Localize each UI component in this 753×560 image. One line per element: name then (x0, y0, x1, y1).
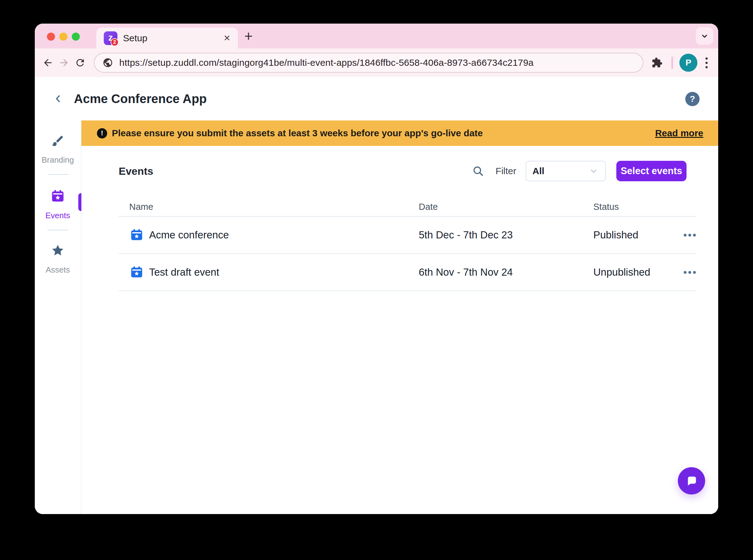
tab-title: Setup (123, 33, 147, 43)
search-button[interactable] (471, 164, 485, 178)
events-table: Name Date Status Acme conference (119, 197, 696, 291)
read-more-link[interactable]: Read more (655, 128, 703, 138)
maximize-window-button[interactable] (72, 33, 80, 41)
select-events-button[interactable]: Select events (616, 161, 687, 181)
chat-support-button[interactable] (678, 467, 705, 495)
browser-window: z 2 Setup ✕ + (35, 24, 718, 514)
filter-dropdown[interactable]: All (526, 161, 606, 181)
event-status-cell: Published (593, 229, 696, 241)
event-date: 6th Nov - 7th Nov 24 (419, 266, 593, 278)
page-header: Acme Conference App ? (35, 77, 718, 120)
reload-icon (75, 57, 86, 68)
browser-tab-setup[interactable]: z 2 Setup ✕ (96, 28, 238, 48)
dot (706, 57, 708, 60)
table-row[interactable]: Test draft event 6th Nov - 7th Nov 24 Un… (119, 254, 696, 291)
warning-banner: ! Please ensure you submit the assets at… (81, 120, 718, 146)
browser-toolbar: https://setup.zuddl.com/stagingorg41be/m… (35, 48, 718, 77)
chat-bubble-icon (684, 474, 699, 488)
sidebar-item-events[interactable]: Events (45, 189, 70, 220)
chevron-down-icon (700, 31, 709, 41)
column-header-date: Date (419, 202, 593, 212)
calendar-star-icon (51, 189, 65, 203)
extensions-button[interactable] (649, 55, 665, 71)
new-tab-button[interactable]: + (240, 27, 257, 45)
page-content: Acme Conference App ? ! Please ensure yo… (35, 77, 718, 514)
event-status: Published (593, 229, 638, 241)
sidebar-item-branding[interactable]: Branding (42, 134, 74, 165)
event-status: Unpublished (593, 266, 650, 278)
tab-search-chevron-button[interactable] (696, 27, 713, 45)
dot (706, 66, 708, 68)
column-header-status: Status (593, 202, 696, 212)
row-actions-menu-button[interactable] (684, 271, 696, 274)
chevron-down-icon (588, 166, 599, 176)
page-back-button[interactable] (53, 94, 63, 104)
alert-icon: ! (97, 128, 107, 138)
url-text: https://setup.zuddl.com/stagingorg41be/m… (119, 57, 635, 68)
browser-menu-button[interactable] (706, 57, 708, 68)
forward-arrow-icon (58, 57, 70, 68)
events-controls: Events Filter All Select events (81, 161, 718, 181)
sidebar-divider (47, 174, 68, 175)
sidebar-item-label: Branding (42, 155, 74, 165)
calendar-star-icon (130, 265, 143, 279)
event-name: Acme conference (149, 229, 229, 241)
events-panel: Events Filter All Select events (81, 146, 718, 514)
banner-message: Please ensure you submit the assets at l… (112, 128, 483, 138)
filter-label: Filter (496, 166, 516, 176)
favicon-badge: 2 (111, 38, 119, 46)
back-arrow-icon (42, 57, 54, 68)
address-bar[interactable]: https://setup.zuddl.com/stagingorg41be/m… (94, 53, 643, 73)
dot (693, 234, 696, 237)
sidebar-item-label: Assets (46, 265, 70, 275)
table-header: Name Date Status (119, 197, 696, 217)
dot (689, 271, 691, 274)
dot (706, 62, 708, 64)
help-button[interactable]: ? (685, 92, 699, 106)
star-icon (51, 243, 65, 258)
profile-avatar[interactable]: P (679, 54, 697, 72)
minimize-window-button[interactable] (59, 33, 67, 41)
event-status-cell: Unpublished (593, 266, 696, 278)
calendar-star-icon (130, 228, 143, 242)
event-name-cell: Acme conference (119, 228, 419, 242)
dot (693, 271, 696, 274)
sidebar: Branding Events Assets (35, 120, 81, 514)
row-actions-menu-button[interactable] (684, 234, 696, 237)
sidebar-item-assets[interactable]: Assets (46, 243, 70, 275)
event-date: 5th Dec - 7th Dec 23 (419, 229, 593, 241)
sidebar-divider (47, 230, 68, 230)
back-button[interactable] (40, 55, 56, 71)
dot (689, 234, 691, 237)
page-title: Acme Conference App (74, 92, 207, 106)
puzzle-extension-icon (652, 57, 662, 68)
section-heading: Events (119, 165, 153, 177)
filter-selected-value: All (533, 166, 544, 176)
site-info-globe-icon[interactable] (102, 57, 113, 68)
search-icon (472, 165, 484, 177)
reload-button[interactable] (72, 55, 88, 71)
dot (684, 271, 687, 274)
toolbar-divider (671, 57, 673, 69)
paintbrush-icon (51, 134, 64, 148)
column-header-name: Name (119, 202, 419, 212)
forward-button[interactable] (56, 55, 72, 71)
event-name: Test draft event (149, 266, 219, 278)
close-window-button[interactable] (47, 33, 55, 41)
dot (684, 234, 687, 237)
tab-close-icon[interactable]: ✕ (223, 33, 231, 43)
event-name-cell: Test draft event (119, 265, 419, 279)
zuddl-favicon: z 2 (104, 31, 117, 45)
tab-strip: z 2 Setup ✕ + (35, 24, 718, 48)
table-row[interactable]: Acme conference 5th Dec - 7th Dec 23 Pub… (119, 217, 696, 254)
sidebar-item-label: Events (45, 211, 70, 220)
